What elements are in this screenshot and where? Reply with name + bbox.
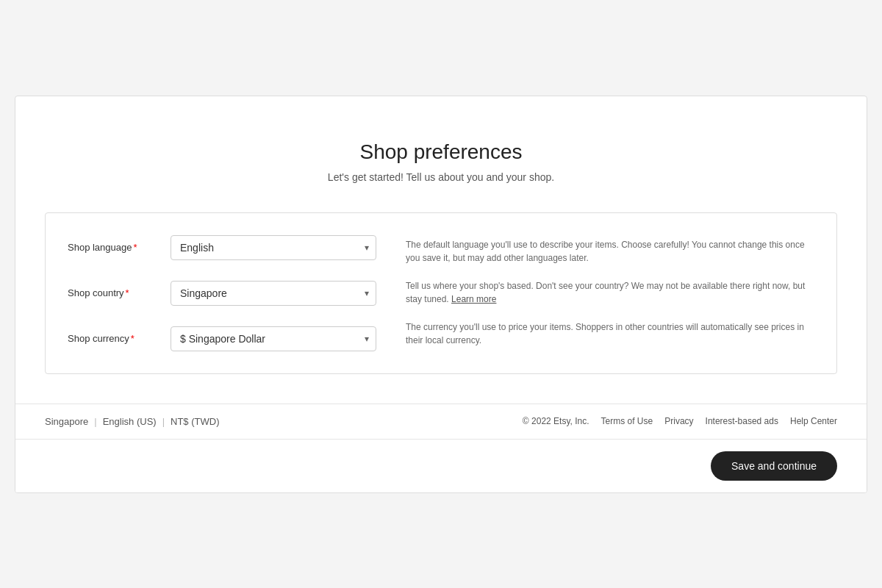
help-link[interactable]: Help Center <box>790 416 837 426</box>
shop-language-select-wrapper: English French German Spanish Japanese C… <box>171 235 376 260</box>
footer-currency: NT$ (TWD) <box>171 416 219 427</box>
save-continue-button[interactable]: Save and continue <box>711 451 837 481</box>
shop-currency-select[interactable]: $ Singapore Dollar $ US Dollar € Euro £ … <box>171 326 376 351</box>
country-info-text: Tell us where your shop's based. Don't s… <box>406 279 814 306</box>
shop-currency-row: Shop currency* $ Singapore Dollar $ US D… <box>68 326 376 351</box>
learn-more-link[interactable]: Learn more <box>451 294 496 304</box>
privacy-link[interactable]: Privacy <box>664 416 693 426</box>
shop-language-row: Shop language* English French German Spa… <box>68 235 376 260</box>
shop-currency-select-wrapper: $ Singapore Dollar $ US Dollar € Euro £ … <box>171 326 376 351</box>
shop-country-select[interactable]: Singapore United States United Kingdom A… <box>171 281 376 306</box>
shop-country-label: Shop country* <box>68 287 171 298</box>
footer-sep-2: | <box>162 416 165 427</box>
footer-language: English (US) <box>103 416 157 427</box>
form-fields: Shop language* English French German Spa… <box>68 235 376 351</box>
required-marker: * <box>133 242 137 253</box>
form-card: Shop language* English French German Spa… <box>45 212 837 374</box>
form-section: Shop language* English French German Spa… <box>68 235 814 351</box>
footer: Singapore | English (US) | NT$ (TWD) © 2… <box>15 404 867 439</box>
page-subtitle: Let's get started! Tell us about you and… <box>45 171 837 183</box>
footer-sep-1: | <box>94 416 96 427</box>
footer-copyright: © 2022 Etsy, Inc. <box>523 416 589 426</box>
page-container: Shop preferences Let's get started! Tell… <box>15 96 867 493</box>
terms-link[interactable]: Terms of Use <box>601 416 653 426</box>
shop-currency-label: Shop currency* <box>68 333 171 344</box>
currency-info-text: The currency you'll use to price your it… <box>406 320 814 347</box>
form-info: The default language you'll use to descr… <box>406 235 814 351</box>
shop-language-label: Shop language* <box>68 242 171 253</box>
footer-left: Singapore | English (US) | NT$ (TWD) <box>45 416 219 427</box>
ads-link[interactable]: Interest-based ads <box>706 416 778 426</box>
shop-country-row: Shop country* Singapore United States Un… <box>68 281 376 306</box>
footer-right: © 2022 Etsy, Inc. Terms of Use Privacy I… <box>523 416 837 426</box>
main-content: Shop preferences Let's get started! Tell… <box>15 96 867 404</box>
shop-language-select[interactable]: English French German Spanish Japanese C… <box>171 235 376 260</box>
page-title: Shop preferences <box>45 140 837 164</box>
required-marker-currency: * <box>131 333 135 344</box>
action-bar: Save and continue <box>15 440 867 492</box>
shop-country-select-wrapper: Singapore United States United Kingdom A… <box>171 281 376 306</box>
required-marker-country: * <box>126 287 129 298</box>
footer-locale: Singapore <box>45 416 88 427</box>
language-info-text: The default language you'll use to descr… <box>406 238 814 265</box>
